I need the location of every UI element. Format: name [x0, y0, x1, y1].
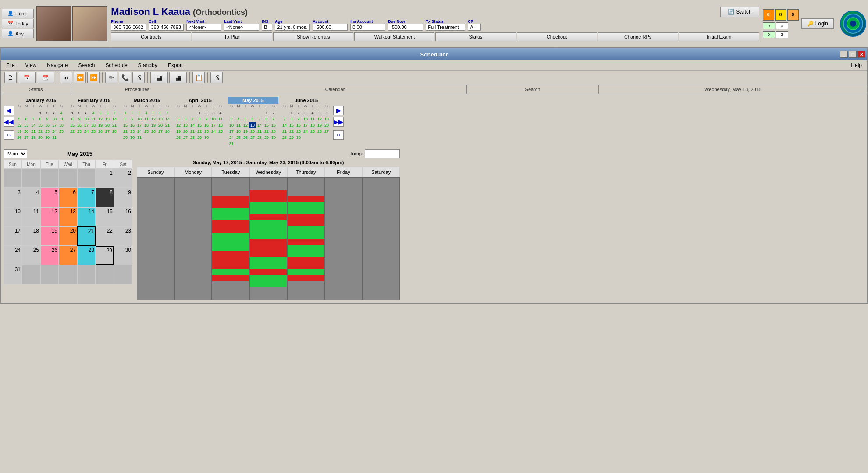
mini-cal-day[interactable]: 15: [263, 122, 270, 128]
maximize-button[interactable]: □: [849, 51, 857, 58]
mini-cal-day[interactable]: 13: [182, 122, 189, 128]
mini-cal-day[interactable]: 19: [97, 122, 104, 128]
mini-cal-day[interactable]: 22: [196, 128, 203, 134]
mini-cal-day[interactable]: 15: [288, 122, 295, 128]
toolbar-print-cal[interactable]: 🖨: [132, 72, 145, 83]
mini-cal-day[interactable]: 25: [58, 128, 65, 134]
mini-cal-day[interactable]: 29: [37, 134, 44, 141]
mini-cal-day[interactable]: 20: [23, 128, 30, 134]
mini-cal-day[interactable]: 4: [235, 116, 242, 122]
mini-cal-day[interactable]: 1: [288, 110, 295, 116]
mini-cal-day[interactable]: 27: [104, 128, 111, 134]
menu-standby[interactable]: Standby: [136, 61, 159, 69]
mini-cal-day[interactable]: 9: [270, 116, 277, 122]
large-cal-cell[interactable]: 15: [96, 207, 114, 226]
mini-cal-day[interactable]: 14: [111, 116, 118, 122]
mini-cal-day[interactable]: 15: [122, 122, 129, 128]
menu-file[interactable]: File: [4, 61, 16, 69]
toolbar-grid[interactable]: ▦: [150, 72, 168, 83]
toolbar-grid2[interactable]: ▦: [169, 72, 187, 83]
mini-cal-day[interactable]: 10: [228, 122, 235, 128]
mini-cal-day[interactable]: 23: [295, 128, 302, 134]
mini-cal-day[interactable]: 8: [122, 116, 129, 122]
mini-cal-day[interactable]: 23: [44, 128, 51, 134]
mini-cal-day[interactable]: 19: [242, 128, 249, 134]
mini-cal-day[interactable]: 21: [111, 122, 118, 128]
mini-cal-day[interactable]: 14: [256, 122, 263, 128]
mini-cal-day[interactable]: 10: [210, 116, 217, 122]
mini-cal-day[interactable]: 6: [104, 110, 111, 116]
mini-cal-day[interactable]: 8: [263, 116, 270, 122]
mini-cal-day[interactable]: 8: [288, 116, 295, 122]
mini-cal-day[interactable]: 13: [104, 116, 111, 122]
menu-view[interactable]: View: [23, 61, 38, 69]
mini-cal-day[interactable]: 2: [44, 110, 51, 116]
mini-cal-day[interactable]: 16: [44, 122, 51, 128]
mini-cal-day[interactable]: 6: [23, 116, 30, 122]
mini-cal-day[interactable]: 25: [217, 128, 224, 134]
mini-cal-day[interactable]: 3: [210, 110, 217, 116]
mini-cal-day[interactable]: 8: [37, 116, 44, 122]
mini-cal-day[interactable]: 25: [90, 128, 97, 134]
mini-cal-day[interactable]: 4: [90, 110, 97, 116]
mini-cal-day[interactable]: 5: [242, 116, 249, 122]
large-cal-cell[interactable]: 6: [59, 188, 77, 207]
mini-cal-day[interactable]: 12: [316, 116, 323, 122]
mini-cal-day[interactable]: 28: [189, 134, 196, 141]
large-cal-cell[interactable]: 23: [114, 226, 132, 246]
mini-cal-day[interactable]: 13: [323, 116, 330, 122]
mini-cal-day[interactable]: 6: [323, 110, 330, 116]
calendar-dropdown[interactable]: Main: [4, 149, 27, 158]
large-cal-cell[interactable]: 26: [40, 246, 59, 265]
mini-cal-day[interactable]: 24: [302, 128, 309, 134]
large-cal-cell[interactable]: 5: [40, 188, 59, 207]
mini-cal-day[interactable]: 7: [189, 116, 196, 122]
mini-cal-day[interactable]: 6: [249, 116, 256, 122]
here-button[interactable]: 👤 Here: [2, 9, 34, 18]
toolbar-print[interactable]: 🖨: [210, 72, 223, 83]
large-cal-cell[interactable]: 27: [59, 246, 77, 265]
next-year-button[interactable]: ▶▶: [333, 117, 344, 127]
mini-cal-day[interactable]: 25: [143, 128, 150, 134]
mini-cal-day[interactable]: 21: [281, 128, 288, 134]
mini-cal-day[interactable]: 28: [281, 134, 288, 141]
mini-cal-day[interactable]: 22: [122, 128, 129, 134]
mini-cal-day[interactable]: 19: [16, 128, 23, 134]
large-cal-cell[interactable]: 19: [40, 226, 59, 246]
mini-cal-day[interactable]: 9: [295, 116, 302, 122]
mini-cal-day[interactable]: 19: [175, 128, 182, 134]
mini-cal-day[interactable]: 29: [263, 134, 270, 141]
large-cal-cell[interactable]: 22: [96, 226, 114, 246]
mini-cal-day[interactable]: 31: [136, 134, 143, 141]
mini-cal-day[interactable]: 10: [136, 116, 143, 122]
show-referrals-button[interactable]: Show Referrals: [273, 32, 353, 41]
mini-cal-day[interactable]: 17: [51, 122, 58, 128]
mini-cal-day[interactable]: 6: [182, 116, 189, 122]
large-cal-cell[interactable]: 12: [40, 207, 59, 226]
large-cal-cell[interactable]: 16: [114, 207, 132, 226]
mini-cal-day[interactable]: 30: [129, 134, 136, 141]
mini-cal-day[interactable]: 18: [143, 122, 150, 128]
mini-cal-day[interactable]: 20: [249, 128, 256, 134]
mini-cal-day[interactable]: 10: [302, 116, 309, 122]
mini-cal-day[interactable]: 9: [203, 116, 210, 122]
large-cal-cell[interactable]: 21: [77, 226, 96, 246]
status-button[interactable]: Status: [435, 32, 516, 41]
mini-cal-day[interactable]: 20: [104, 122, 111, 128]
mini-cal-day[interactable]: 13: [157, 116, 164, 122]
mini-cal-day[interactable]: 2: [76, 110, 83, 116]
large-cal-cell[interactable]: 3: [4, 188, 22, 207]
mini-cal-day[interactable]: 25: [235, 134, 242, 141]
mini-cal-day[interactable]: 3: [228, 116, 235, 122]
mini-cal-day[interactable]: 29: [196, 134, 203, 141]
mini-cal-day[interactable]: 7: [111, 110, 118, 116]
toolbar-phone[interactable]: 📞: [119, 72, 131, 83]
next-month-button[interactable]: ▶: [333, 106, 344, 115]
menu-schedule[interactable]: Schedule: [104, 61, 129, 69]
mini-cal-day[interactable]: 28: [111, 128, 118, 134]
mini-cal-day[interactable]: 13: [23, 122, 30, 128]
mini-cal-day[interactable]: 16: [295, 122, 302, 128]
menu-help[interactable]: Help: [849, 61, 864, 69]
large-cal-cell[interactable]: 29: [96, 246, 114, 265]
expand-left-button[interactable]: ↔: [4, 130, 14, 140]
